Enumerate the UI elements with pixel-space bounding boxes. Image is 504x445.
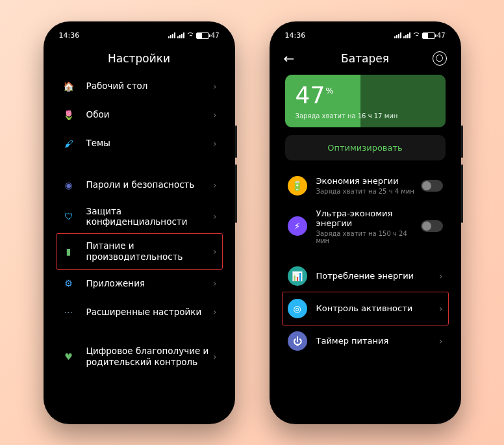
dots-icon: ⋯ — [62, 305, 76, 319]
page-title: Батарея — [341, 52, 389, 65]
group-1: 🏠 Рабочий стол › 🌷 Обои › 🖌 Темы › — [57, 72, 222, 158]
phone-right: 14:36 47 ← Батарея 47% Заряда хватит на … — [270, 21, 461, 424]
status-time: 14:36 — [285, 31, 306, 40]
side-button — [461, 125, 463, 158]
fingerprint-icon: ◉ — [62, 178, 76, 192]
row-subtitle: Заряда хватит на 25 ч 4 мин — [316, 188, 421, 195]
row-subtitle: Заряда хватит на 150 ч 24 мин — [316, 230, 421, 244]
chevron-right-icon: › — [439, 303, 443, 314]
row-label: Питание и производительность — [86, 240, 213, 262]
flower-icon: 🌷 — [62, 108, 76, 122]
row-privacy[interactable]: 🛡 Защита конфиденциальности › — [57, 199, 222, 235]
side-button — [235, 164, 237, 223]
chevron-right-icon: › — [213, 110, 217, 120]
power-icon: ⏻ — [288, 331, 307, 351]
settings-gear-button[interactable] — [433, 51, 447, 66]
row-battery-saver[interactable]: 🔋 Экономия энергии Заряда хватит на 25 ч… — [283, 170, 448, 202]
toggle-battery-saver[interactable] — [421, 180, 443, 192]
row-themes[interactable]: 🖌 Темы › — [57, 129, 222, 158]
ultra-saver-icon: ⚡ — [288, 216, 307, 236]
chart-icon: 📊 — [288, 266, 307, 286]
shield-icon: 🛡 — [62, 209, 76, 223]
row-activity-control[interactable]: ◎ Контроль активности › — [282, 292, 449, 325]
row-battery-performance[interactable]: ▮ Питание и производительность › — [56, 233, 223, 270]
row-desktop[interactable]: 🏠 Рабочий стол › — [57, 72, 222, 101]
row-title: Таймер питания — [316, 336, 439, 346]
chevron-right-icon: › — [213, 278, 217, 288]
row-wellbeing[interactable]: ♥ Цифровое благополучие и родительский к… — [57, 339, 222, 374]
group-2: ◉ Пароли и безопасность › 🛡 Защита конфи… — [57, 171, 222, 327]
status-right: 47 — [168, 32, 220, 39]
battery-card: 47% Заряда хватит на 16 ч 17 мин — [285, 75, 446, 127]
statusbar: 14:36 47 — [275, 27, 456, 45]
gear-icon: ⚙ — [62, 276, 76, 290]
chevron-right-icon: › — [213, 138, 217, 149]
row-power-timer[interactable]: ⏻ Таймер питания › — [283, 325, 448, 357]
row-passwords[interactable]: ◉ Пароли и безопасность › — [57, 171, 222, 199]
row-apps[interactable]: ⚙ Приложения › — [57, 269, 222, 298]
battery-percent: 47 — [437, 32, 446, 39]
row-label: Обои — [86, 109, 213, 120]
row-title: Потребление энергии — [316, 271, 439, 281]
battery-icon — [196, 32, 209, 39]
chevron-right-icon: › — [213, 246, 217, 257]
signal-icon — [403, 32, 410, 38]
row-ultra-saver[interactable]: ⚡ Ультра-экономия энергии Заряда хватит … — [283, 202, 448, 251]
battery-estimate: Заряда хватит на 16 ч 17 мин — [296, 112, 435, 120]
row-advanced[interactable]: ⋯ Расширенные настройки › — [57, 298, 222, 326]
row-wallpaper[interactable]: 🌷 Обои › — [57, 101, 222, 129]
screen-right: 14:36 47 ← Батарея 47% Заряда хватит на … — [275, 27, 456, 419]
wifi-icon — [412, 32, 420, 38]
chevron-right-icon: › — [213, 211, 217, 222]
battery-level: 47% — [296, 84, 435, 107]
battery-page[interactable]: 47% Заряда хватит на 16 ч 17 мин Оптимиз… — [275, 72, 456, 419]
chevron-right-icon: › — [213, 351, 217, 362]
header: ← Батарея — [275, 45, 456, 72]
row-label: Цифровое благополучие и родительский кон… — [86, 346, 213, 368]
screen-left: 14:36 47 Настройки 🏠 Рабочий стол › 🌷 — [49, 27, 230, 419]
chevron-right-icon: › — [439, 336, 443, 346]
activity-icon: ◎ — [288, 299, 307, 318]
row-power-usage[interactable]: 📊 Потребление энергии › — [283, 260, 448, 292]
status-right: 47 — [394, 32, 446, 39]
battery-icon — [422, 32, 435, 39]
page-title: Настройки — [108, 52, 170, 65]
side-button — [235, 125, 237, 158]
row-title: Контроль активности — [316, 303, 439, 314]
battery-percent: 47 — [211, 32, 220, 39]
chevron-right-icon: › — [213, 81, 217, 92]
row-label: Защита конфиденциальности — [86, 206, 213, 228]
signal-icon — [394, 32, 401, 38]
row-label: Приложения — [86, 278, 213, 289]
signal-icon — [177, 32, 184, 38]
home-icon: 🏠 — [62, 79, 76, 94]
back-button[interactable]: ← — [284, 51, 295, 66]
chevron-right-icon: › — [439, 271, 443, 281]
settings-list[interactable]: 🏠 Рабочий стол › 🌷 Обои › 🖌 Темы › — [49, 72, 230, 419]
optimize-button[interactable]: Оптимизировать — [285, 135, 446, 160]
side-button — [461, 164, 463, 223]
battery-saver-icon: 🔋 — [288, 176, 307, 196]
phone-left: 14:36 47 Настройки 🏠 Рабочий стол › 🌷 — [44, 21, 235, 424]
chevron-right-icon: › — [213, 307, 217, 317]
battery-icon: ▮ — [62, 244, 76, 259]
toggle-ultra-saver[interactable] — [421, 220, 443, 232]
signal-icon — [168, 32, 175, 38]
row-label: Рабочий стол — [86, 81, 213, 92]
heart-icon: ♥ — [62, 350, 76, 364]
row-title: Ультра-экономия энергии — [316, 209, 421, 229]
status-time: 14:36 — [59, 31, 80, 40]
header: Настройки — [49, 45, 230, 72]
brush-icon: 🖌 — [62, 136, 76, 151]
row-label: Пароли и безопасность — [86, 179, 213, 190]
row-label: Темы — [86, 138, 213, 149]
row-label: Расширенные настройки — [86, 307, 213, 318]
wifi-icon — [186, 32, 194, 38]
row-title: Экономия энергии — [316, 176, 421, 186]
statusbar: 14:36 47 — [49, 27, 230, 45]
chevron-right-icon: › — [213, 180, 217, 190]
